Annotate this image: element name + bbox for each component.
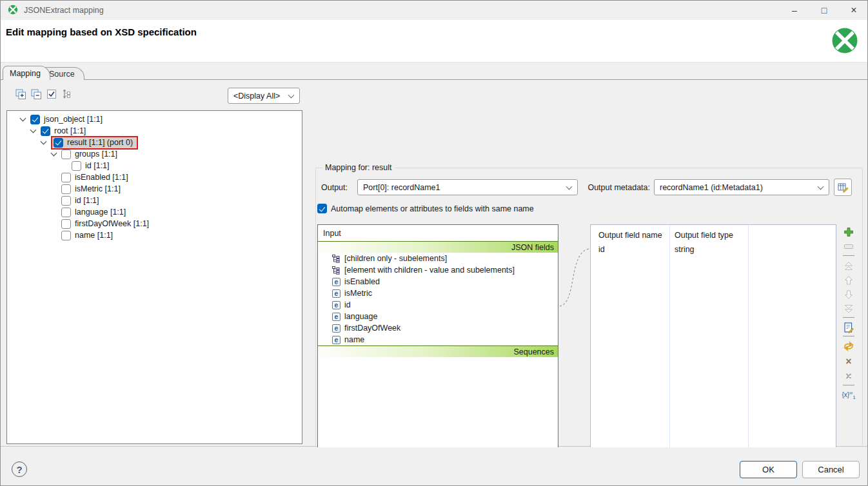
- input-item-id[interactable]: e id: [318, 299, 558, 311]
- tree-item-label[interactable]: isMetric [1:1]: [74, 184, 121, 193]
- tree-checkbox-unchecked[interactable]: [61, 150, 71, 159]
- input-item-element-with-children[interactable]: [element with children - value and subel…: [318, 264, 558, 276]
- input-item-label: isEnabled: [344, 277, 380, 286]
- tab-mapping[interactable]: Mapping: [3, 66, 50, 80]
- automap-button[interactable]: [842, 340, 856, 353]
- output-metadata-combobox[interactable]: recordName1 (id:Metadata1): [654, 179, 829, 195]
- xsd-tree-panel[interactable]: json_object [1:1] root [1:1] result [1:1…: [6, 110, 302, 444]
- tree-checkbox-unchecked[interactable]: [61, 231, 71, 240]
- tree-item-name[interactable]: name [1:1]: [7, 229, 302, 241]
- input-item-isMetric[interactable]: e isMetric: [318, 287, 558, 299]
- tree-checkbox-unchecked[interactable]: [61, 184, 71, 194]
- sequences-section-header: Sequences: [318, 345, 558, 357]
- plus-icon: [843, 227, 854, 237]
- select-root-combobox[interactable]: <Display All>: [228, 88, 300, 104]
- tree-item-label-selected[interactable]: result [1:1] (port 0): [66, 138, 133, 147]
- move-bottom-button[interactable]: [842, 302, 856, 315]
- chevron-down-icon[interactable]: [29, 126, 38, 135]
- tree-item-label[interactable]: isEnabled [1:1]: [74, 173, 128, 182]
- output-row-field-name[interactable]: id: [598, 245, 605, 254]
- xsd-tree: json_object [1:1] root [1:1] result [1:1…: [7, 113, 302, 241]
- tab-mapping-label: Mapping: [10, 69, 41, 78]
- chevron-down-icon[interactable]: [39, 138, 48, 147]
- cancel-button[interactable]: Cancel: [802, 461, 860, 478]
- tree-checkbox-unchecked[interactable]: [61, 219, 71, 229]
- tree-item-groups[interactable]: groups [1:1]: [7, 148, 302, 160]
- input-item-label: firstDayOfWeek: [344, 324, 400, 333]
- minus-icon: [844, 244, 853, 249]
- mapping-tab-content: Select root: <Display All> json_object […: [1, 80, 867, 447]
- dialog-heading: Edit mapping based on XSD specification: [6, 26, 197, 37]
- tree-checkbox-unchecked[interactable]: [61, 173, 71, 182]
- output-metadata-label: Output metadata:: [573, 183, 650, 192]
- check-elements-button[interactable]: [46, 88, 57, 100]
- tab-source-label: Source: [49, 70, 75, 79]
- element-icon: e: [332, 278, 340, 286]
- input-panel-header: Input: [318, 225, 558, 241]
- input-item-label: isMetric: [344, 289, 372, 298]
- toolbar-separator: [843, 385, 854, 385]
- tree-item-label[interactable]: id [1:1]: [74, 196, 99, 205]
- input-item-children-only[interactable]: [children only - subelements]: [318, 253, 558, 264]
- input-item-isEnabled[interactable]: e isEnabled: [318, 276, 558, 287]
- move-top-button[interactable]: [842, 260, 856, 273]
- input-item-language[interactable]: e language: [318, 311, 558, 322]
- clear-all-mappings-button[interactable]: ×: [842, 370, 856, 383]
- chevron-double-up-icon: [843, 261, 854, 271]
- tree-item-label[interactable]: json_object [1:1]: [43, 115, 103, 124]
- tree-item-id[interactable]: id [1:1]: [7, 195, 302, 206]
- tree-checkbox-checked[interactable]: [41, 126, 50, 136]
- remove-field-button[interactable]: [842, 240, 856, 253]
- output-port-combobox[interactable]: Port[0]: recordName1: [357, 179, 578, 195]
- tree-order-icon: [62, 89, 72, 100]
- tree-item-label[interactable]: root [1:1]: [53, 126, 86, 135]
- collapse-all-button[interactable]: [30, 88, 42, 100]
- subtree-icon: [332, 266, 340, 275]
- tree-checkbox-checked[interactable]: [54, 138, 63, 148]
- tab-strip: Mapping Source: [1, 66, 867, 80]
- chevron-down-icon[interactable]: [19, 115, 28, 124]
- json-fields-section-header: JSON fields: [318, 241, 558, 253]
- output-row-field-type[interactable]: string: [675, 245, 695, 254]
- ok-button[interactable]: OK: [740, 461, 797, 478]
- add-field-button[interactable]: [842, 226, 856, 238]
- automap-checkbox[interactable]: [317, 204, 327, 213]
- tree-item-label[interactable]: language [1:1]: [74, 208, 126, 217]
- move-up-button[interactable]: [842, 274, 856, 287]
- chevron-down-icon[interactable]: [50, 150, 59, 159]
- tree-item-label[interactable]: name [1:1]: [74, 231, 113, 240]
- tree-checkbox-unchecked[interactable]: [61, 208, 71, 217]
- subtree-icon: [332, 255, 340, 263]
- edit-metadata-button[interactable]: [834, 179, 852, 196]
- minimize-button[interactable]: –: [780, 1, 809, 20]
- tree-item-groups-id[interactable]: id [1:1]: [7, 160, 302, 171]
- tree-item-language[interactable]: language [1:1]: [7, 206, 302, 218]
- close-icon: ×: [851, 5, 856, 16]
- tree-item-result[interactable]: result [1:1] (port 0): [7, 137, 302, 148]
- move-down-button[interactable]: [842, 288, 856, 301]
- output-metadata-value: recordName1 (id:Metadata1): [660, 183, 763, 192]
- edit-record-button[interactable]: [842, 321, 856, 334]
- tree-item-firstDayOfWeek[interactable]: firstDayOfWeek [1:1]: [7, 218, 302, 229]
- tree-item-isEnabled[interactable]: isEnabled [1:1]: [7, 171, 302, 183]
- tree-item-label[interactable]: groups [1:1]: [74, 150, 117, 159]
- input-item-firstDayOfWeek[interactable]: e firstDayOfWeek: [318, 322, 558, 334]
- input-fields-panel: Input JSON fields [children only - subel…: [317, 224, 558, 481]
- tree-order-button[interactable]: [61, 88, 73, 100]
- input-item-name[interactable]: e name: [318, 334, 558, 345]
- tree-checkbox-checked[interactable]: [30, 115, 40, 124]
- tree-checkbox-unchecked[interactable]: [61, 196, 71, 206]
- help-button[interactable]: ?: [12, 462, 27, 477]
- occurrences-button[interactable]: {x}∞1: [842, 389, 856, 402]
- tree-item-isMetric[interactable]: isMetric [1:1]: [7, 183, 302, 195]
- maximize-button[interactable]: □: [809, 1, 839, 20]
- clear-mapping-button[interactable]: ×: [842, 355, 856, 368]
- tree-item-json_object[interactable]: json_object [1:1]: [7, 113, 302, 125]
- output-fields-table[interactable]: Output field name Output field type id s…: [590, 224, 836, 481]
- expand-all-button[interactable]: [15, 88, 26, 100]
- tree-checkbox-unchecked[interactable]: [72, 161, 81, 171]
- tree-item-root[interactable]: root [1:1]: [7, 125, 302, 137]
- tree-item-label[interactable]: id [1:1]: [84, 161, 110, 170]
- tree-item-label[interactable]: firstDayOfWeek [1:1]: [74, 219, 149, 228]
- close-button[interactable]: ×: [839, 1, 868, 20]
